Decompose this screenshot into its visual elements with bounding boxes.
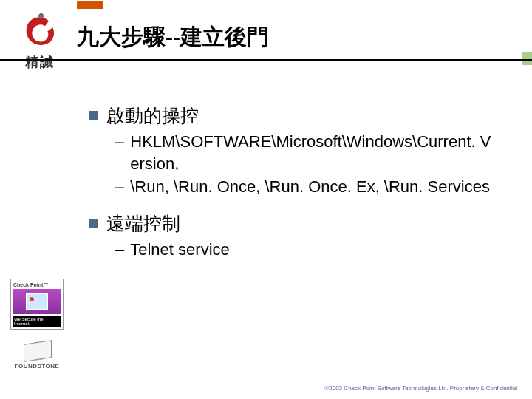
checkpoint-graphic [13,289,61,314]
tm-mark: ™ [43,282,48,287]
dash-icon: – [115,239,124,261]
brand-logo: 精誠 [10,13,69,71]
dash-icon: – [115,131,124,153]
swirl-icon [21,13,59,52]
side-logos: Check Point™ We Secure the Internet. FOU… [10,279,68,369]
bullet-2-title: 遠端控制 [106,211,180,236]
brand-text: 精誠 [10,53,69,71]
monitor-icon [26,293,48,310]
bullet-1-title: 啟動的操控 [106,103,199,128]
bullet-1-sub-1: HKLM\SOFTWARE\Microsoft\Windows\Current.… [130,131,510,174]
foundstone-logo: FOUNDSTONE [10,340,64,369]
list-item: – HKLM\SOFTWARE\Microsoft\Windows\Curren… [115,131,510,174]
checkpoint-logo: Check Point™ We Secure the Internet. [10,279,64,330]
bullet-2: 遠端控制 – Telnet service [89,211,510,261]
title-area: 九大步驟--建立後門 [77,16,517,58]
slide-title: 九大步驟--建立後門 [77,22,269,52]
dash-icon: – [115,176,124,198]
checkpoint-name: Check Point [13,282,43,287]
list-item: – Telnet service [115,239,510,261]
square-bullet-icon [89,219,98,228]
books-icon [22,340,52,361]
list-item: – \Run, \Run. Once, \Run. Once. Ex, \Run… [115,176,510,198]
slide: 精誠 九大步驟--建立後門 啟動的操控 – HKLM\SOFTWARE\Micr… [0,0,532,399]
bullet-2-sub-1: Telnet service [130,239,230,261]
bullet-1-sub-2: \Run, \Run. Once, \Run. Once. Ex, \Run. … [130,176,490,198]
content-area: 啟動的操控 – HKLM\SOFTWARE\Microsoft\Windows\… [89,103,510,274]
top-accent-bar [77,1,103,9]
square-bullet-icon [89,111,98,120]
bullet-1: 啟動的操控 – HKLM\SOFTWARE\Microsoft\Windows\… [89,103,510,198]
right-accent-block [522,52,532,65]
foundstone-text: FOUNDSTONE [10,363,64,369]
footer-copyright: ©2002 Check Point Software Technologies … [324,385,517,392]
title-underline [0,59,532,61]
checkpoint-tagline: We Secure the Internet. [13,316,61,327]
